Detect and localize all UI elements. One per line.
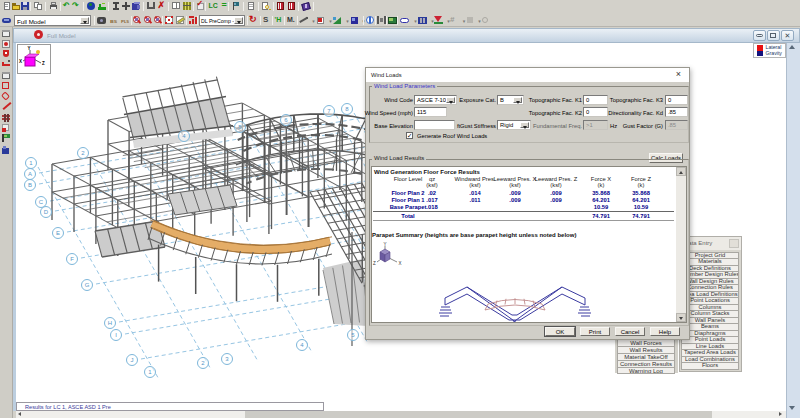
svg-text:F: F (70, 256, 74, 262)
svg-text:Y: Y (384, 242, 387, 247)
svg-text:Z: Z (373, 261, 376, 266)
svg-text:E: E (56, 230, 60, 236)
svg-text:H: H (108, 320, 112, 326)
svg-text:Z: Z (42, 61, 45, 66)
svg-text:X: X (399, 261, 402, 266)
svg-text:D: D (44, 209, 49, 215)
svg-text:Y: Y (28, 46, 31, 51)
svg-text:G: G (85, 282, 90, 288)
svg-text:J: J (131, 357, 134, 363)
svg-text:B: B (28, 182, 32, 188)
svg-text:A: A (28, 171, 32, 177)
svg-text:X: X (19, 59, 22, 64)
svg-text:C: C (39, 199, 44, 205)
